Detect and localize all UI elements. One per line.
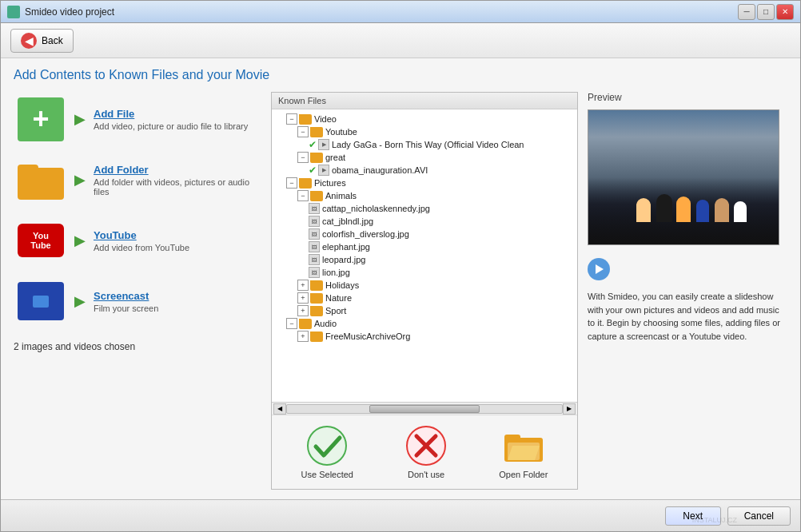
folder-icon-animals — [310, 191, 323, 201]
add-folder-title[interactable]: Add Folder — [94, 164, 261, 176]
folder-icon-nature — [310, 293, 323, 304]
preview-controls — [588, 255, 787, 280]
figure3 — [676, 197, 691, 222]
plus-icon: + — [18, 97, 64, 141]
check-svg — [306, 425, 348, 466]
expander-nature[interactable]: + — [297, 292, 309, 304]
scroll-right-btn[interactable]: ▶ — [563, 403, 576, 415]
check-icon-obama: ✔ — [309, 165, 317, 176]
screencast-title[interactable]: Screencast — [94, 290, 261, 302]
h-scrollbar-track[interactable] — [286, 404, 563, 414]
screencast-item[interactable]: ▶ Screencast Film your screen — [14, 274, 261, 328]
arrow-icon-screencast: ▶ — [74, 292, 86, 310]
figure4 — [696, 200, 709, 222]
tree-item-animals[interactable]: − Animals — [272, 189, 577, 202]
open-folder-label: Open Folder — [499, 470, 548, 479]
tree-item-elephant[interactable]: 🖼 elephant.jpg — [272, 240, 577, 253]
back-arrow-icon: ◀ — [21, 33, 37, 49]
open-folder-button[interactable]: Open Folder — [492, 422, 554, 482]
figure5 — [715, 198, 729, 222]
tree-item-video[interactable]: − Video — [272, 113, 577, 125]
main-area: + ▶ Add File Add video, picture or audio… — [14, 92, 787, 490]
use-selected-button[interactable]: Use Selected — [295, 422, 360, 482]
add-file-item[interactable]: + ▶ Add File Add video, picture or audio… — [14, 92, 261, 146]
scroll-left-btn[interactable]: ◀ — [273, 403, 286, 415]
file-icon-elephant: 🖼 — [309, 241, 320, 252]
youtube-item[interactable]: You Tube ▶ YouTube Add video from YouTub… — [14, 213, 261, 268]
window-title: Smideo video project — [25, 6, 738, 18]
youtube-title[interactable]: YouTube — [94, 229, 261, 241]
tree-item-audio[interactable]: − Audio — [272, 317, 577, 330]
expander-animals[interactable]: − — [297, 190, 309, 201]
known-files-panel: Known Files − Video − — [271, 92, 578, 490]
folder-icon-audio — [299, 319, 312, 329]
tree-item-nature[interactable]: + Nature — [272, 292, 577, 304]
tree-item-leopard[interactable]: 🖼 leopard.jpg — [272, 253, 577, 266]
tree-item-fma[interactable]: + FreeMusicArchiveOrg — [272, 330, 577, 343]
x-icon — [405, 425, 447, 466]
youtube-text: You — [33, 231, 49, 240]
tree-label-leopard: leopard.jpg — [322, 255, 365, 264]
add-file-icon-container: + — [14, 95, 68, 143]
youtube-desc: Add video from YouTube — [94, 243, 261, 252]
tree-item-ladygaga[interactable]: ✔ ▶ Lady GaGa - Born This Way (Official … — [272, 138, 577, 151]
arrow-icon-add-folder: ▶ — [74, 171, 86, 189]
tree-label-animals: Animals — [325, 191, 357, 200]
tree-item-lion[interactable]: 🖼 lion.jpg — [272, 266, 577, 279]
add-folder-item[interactable]: ▶ Add Folder Add folder with videos, pic… — [14, 153, 261, 207]
expander-pictures[interactable]: − — [286, 177, 297, 189]
tree-label-cat: cat_jblndl.jpg — [322, 216, 373, 226]
maximize-button[interactable]: □ — [757, 4, 775, 20]
dont-use-button[interactable]: Don't use — [399, 422, 453, 482]
titlebar: Smideo video project ─ □ ✕ — [1, 1, 800, 23]
screencast-icon — [18, 282, 64, 320]
youtube-icon-container: You Tube — [14, 216, 68, 264]
expander-holidays[interactable]: + — [297, 280, 309, 291]
add-file-desc: Add video, picture or audio file to libr… — [94, 121, 261, 131]
add-folder-text: Add Folder Add folder with videos, pictu… — [94, 164, 261, 197]
watermark: INSTALUJ.CZ — [692, 516, 737, 524]
folder-icon-holidays — [310, 280, 323, 291]
tree-item-cat[interactable]: 🖼 cat_jblndl.jpg — [272, 215, 577, 228]
preview-image — [588, 109, 779, 245]
tree-item-holidays[interactable]: + Holidays — [272, 279, 577, 292]
folder-icon-great — [310, 153, 323, 163]
tree-item-pictures[interactable]: − Pictures — [272, 177, 577, 189]
expander-great[interactable]: − — [297, 152, 309, 163]
folder-icon-pictures — [299, 178, 312, 189]
youtube-text2: Tube — [30, 240, 50, 250]
open-folder-svg — [503, 428, 544, 463]
screencast-text: Screencast Film your screen — [94, 290, 261, 313]
tree-item-obama[interactable]: ✔ ▶ obama_inauguration.AVI — [272, 164, 577, 177]
add-file-title[interactable]: Add File — [94, 108, 261, 120]
tree-item-cattap[interactable]: 🖼 cattap_nicholaskennedy.jpg — [272, 202, 577, 215]
expander-fma[interactable]: + — [297, 331, 309, 342]
tree-label-ladygaga: Lady GaGa - Born This Way (Official Vide… — [332, 140, 524, 149]
horizontal-scrollbar[interactable]: ◀ ▶ — [272, 402, 577, 415]
close-button[interactable]: ✕ — [776, 4, 794, 20]
minimize-button[interactable]: ─ — [738, 4, 755, 20]
play-button[interactable] — [588, 258, 610, 280]
file-icon-cat: 🖼 — [309, 216, 320, 227]
expander-audio[interactable]: − — [286, 318, 297, 329]
expander-sport[interactable]: + — [297, 305, 309, 316]
play-triangle-icon — [596, 264, 604, 274]
h-scrollbar-thumb[interactable] — [369, 405, 480, 413]
folder-icon — [18, 160, 64, 200]
use-selected-label: Use Selected — [301, 470, 353, 479]
tree-label-obama: obama_inauguration.AVI — [332, 165, 428, 175]
add-folder-icon-container — [14, 156, 68, 204]
back-label: Back — [42, 35, 63, 46]
content-area: Add Contents to Known Files and your Mov… — [1, 58, 800, 499]
tree-item-youtube-folder[interactable]: − Youtube — [272, 125, 577, 138]
back-button[interactable]: ◀ Back — [10, 29, 74, 53]
tree-item-sport[interactable]: + Sport — [272, 304, 577, 317]
tree-label-pictures: Pictures — [314, 178, 346, 188]
app-icon — [7, 6, 20, 18]
folder-icon-video — [299, 114, 312, 125]
tree-item-colorfish[interactable]: 🖼 colorfish_diverslog.jpg — [272, 228, 577, 240]
tree-item-great[interactable]: − great — [272, 151, 577, 164]
expander-youtube[interactable]: − — [297, 126, 309, 137]
file-tree[interactable]: − Video − Youtube ✔ — [272, 109, 577, 402]
expander-video[interactable]: − — [286, 113, 297, 125]
